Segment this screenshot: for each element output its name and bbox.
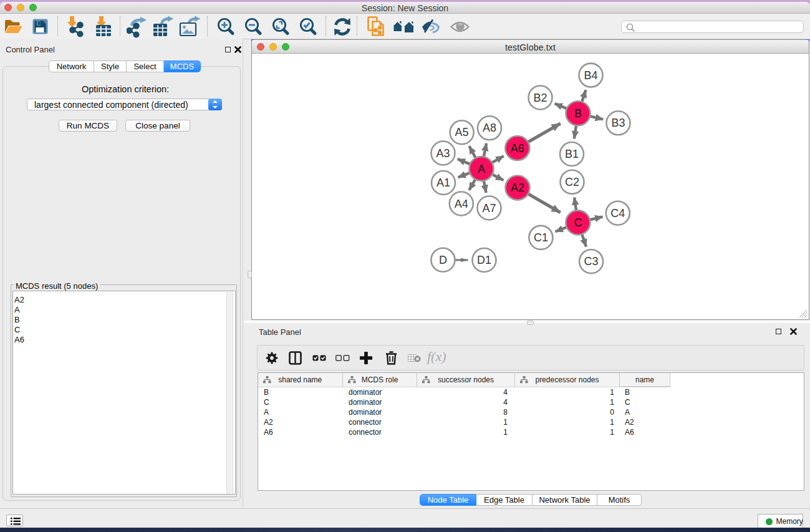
svg-text:C: C [574,216,582,229]
svg-text:D1: D1 [477,254,491,266]
svg-text:C4: C4 [610,207,625,220]
svg-text:C3: C3 [584,255,599,268]
svg-text:A: A [478,163,485,175]
svg-text:B2: B2 [533,92,547,104]
svg-text:C2: C2 [565,176,579,188]
svg-text:B1: B1 [565,148,579,160]
svg-text:C1: C1 [534,231,548,244]
svg-text:A6: A6 [511,142,524,155]
svg-text:A2: A2 [511,181,524,194]
svg-text:A3: A3 [436,147,450,160]
svg-text:A4: A4 [455,198,468,210]
svg-text:A8: A8 [483,122,496,134]
svg-text:B: B [574,107,582,120]
svg-text:B3: B3 [611,117,625,129]
svg-text:B4: B4 [584,69,597,82]
svg-text:A7: A7 [482,202,496,215]
svg-text:A5: A5 [455,126,469,138]
svg-text:A1: A1 [436,177,450,189]
svg-text:D: D [439,254,447,266]
